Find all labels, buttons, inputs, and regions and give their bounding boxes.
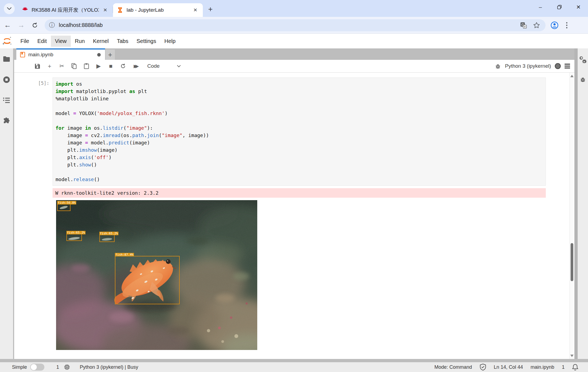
paste-cells-button[interactable] [82,62,90,70]
code-line[interactable]: image = model.predict(image) [56,139,543,146]
forward-button[interactable]: → [15,19,27,31]
menu-tabs[interactable]: Tabs [113,36,132,47]
debugger-icon[interactable] [495,63,501,69]
scroll-up-arrow-icon[interactable] [570,74,574,78]
browser-tab-rk3588[interactable]: RK3588 AI 应用开发（YOLOX ✕ [18,3,113,17]
run-cell-button[interactable]: ▶ [94,62,103,70]
file-browser-icon[interactable] [3,56,10,62]
back-button[interactable]: ← [2,19,14,31]
copy-cells-button[interactable] [70,62,78,70]
bell-icon[interactable] [572,364,578,370]
browser-menu-icon[interactable] [566,22,568,29]
tab-close-icon[interactable]: ✕ [192,7,199,14]
huawei-icon [22,7,28,13]
window-close-button[interactable]: ✕ [569,0,588,14]
insert-cell-button[interactable]: ＋ [45,62,54,70]
notebook-icon [20,52,26,58]
site-info-icon[interactable]: ⓘ [49,21,55,29]
window-restore-button[interactable] [550,0,569,14]
detection-box: fish:87.4% [115,256,180,304]
stop-kernel-button[interactable]: ■ [107,62,115,70]
left-sidebar [0,48,13,359]
notebook-scrollbar[interactable] [569,73,574,359]
notifications-count[interactable]: 1 [562,364,565,370]
menu-kernel[interactable]: Kernel [89,36,113,47]
notebook-scroll-area[interactable]: [5]: import osimport matplotlib.pyplot a… [14,73,574,359]
url-bar[interactable]: ⓘ localhost:8888/lab G [45,19,546,31]
restart-run-all-button[interactable]: ▶▶ [131,62,139,70]
restore-icon [557,5,562,9]
cell-type-dropdown[interactable]: Code [147,63,181,69]
toolbar-overflow-icon[interactable] [565,63,570,69]
right-sidebar-splitter[interactable] [574,48,578,359]
kernel-name[interactable]: Python 3 (ipykernel) [505,63,551,69]
kernel-sessions-icon[interactable] [64,364,70,370]
menu-bar-items: FileEditViewRunKernelTabsSettingsHelp [16,36,180,47]
kernel-busy-indicator[interactable] [555,63,561,69]
jupyter-logo [2,36,12,46]
running-kernels-icon[interactable] [3,76,10,83]
stderr-output: W rknn-toolkit-lite2 version: 2.3.2 [53,188,546,198]
code-line[interactable]: import matplotlib.pyplot as plt [56,88,543,95]
cell-type-value: Code [147,63,160,69]
screen: RK3588 AI 应用开发（YOLOX ✕ lab - JupyterLab … [0,0,588,372]
code-line[interactable]: model.release() [56,176,543,183]
code-line[interactable]: plt.show() [56,161,543,168]
detection-box: fish:56.8% [57,204,71,211]
profile-icon[interactable] [550,21,559,29]
output-image: fish:56.8%fish:65.2%fish:65.2%fish:87.4% [56,200,257,350]
add-tab-button[interactable]: + [105,49,115,60]
restart-kernel-button[interactable] [119,62,127,70]
detection-box: fish:65.2% [99,235,115,242]
code-editor[interactable]: import osimport matplotlib.pyplot as plt… [53,78,546,186]
bookmark-star-icon[interactable] [533,22,540,29]
menu-view[interactable]: View [51,36,71,47]
simple-mode-toggle[interactable] [30,364,44,371]
browser-toolbar: ← → ⓘ localhost:8888/lab G [0,17,588,34]
code-line[interactable]: plt.axis('off') [56,154,543,161]
unsaved-dot-icon[interactable] [97,53,101,57]
reload-button[interactable] [29,19,41,31]
window-controls: – ✕ [531,0,588,14]
menu-settings[interactable]: Settings [132,36,160,47]
code-line[interactable]: import os [56,80,543,88]
save-button[interactable] [33,62,41,70]
command-mode-indicator[interactable]: Mode: Command [434,364,472,370]
scroll-down-arrow-icon[interactable] [570,354,574,358]
notebook-tab-main-ipynb[interactable]: main.ipynb [16,48,105,60]
code-line[interactable] [56,117,543,124]
code-line[interactable]: image = cv2.imread(os.path.join("image",… [56,132,543,139]
copy-icon [71,63,77,69]
cursor-position[interactable]: Ln 14, Col 44 [494,364,523,370]
code-line[interactable] [56,168,543,176]
detection-label: fish:87.4% [115,253,134,256]
right-sidebar [578,48,588,359]
trust-shield-icon[interactable] [480,364,486,371]
window-minimize-button[interactable]: – [531,0,550,14]
menu-help[interactable]: Help [160,36,180,47]
menu-file[interactable]: File [16,36,33,47]
table-of-contents-icon[interactable] [3,97,10,103]
code-line[interactable]: %matplotlib inline [56,95,543,102]
menu-edit[interactable]: Edit [33,36,51,47]
tab-search-button[interactable] [4,3,15,14]
code-line[interactable]: plt.imshow(image) [56,146,543,154]
debugger-sidebar-icon[interactable] [580,76,586,83]
new-tab-button[interactable]: + [205,4,216,15]
code-line[interactable]: model = YOLOX('model/yolox_fish.rknn') [56,110,543,117]
menu-run[interactable]: Run [71,36,89,47]
translate-icon[interactable]: G [520,22,527,29]
code-line[interactable]: for image in os.listdir("image"): [56,124,543,132]
jupyterlab-app: FileEditViewRunKernelTabsSettingsHelp [0,34,588,359]
extension-manager-icon[interactable] [3,117,10,125]
terminals-count[interactable]: 1 [56,364,59,370]
tab-close-icon[interactable]: ✕ [102,7,109,14]
code-line[interactable] [56,102,543,110]
kernel-status-text[interactable]: Python 3 (ipykernel) | Busy [80,364,138,370]
paste-icon [84,63,89,69]
property-inspector-icon[interactable] [579,55,587,63]
tab-title: lab - JupyterLab [127,7,189,13]
cut-cells-button[interactable]: ✂ [58,62,66,70]
scrollbar-thumb[interactable] [571,243,573,281]
browser-tab-jupyterlab[interactable]: lab - JupyterLab ✕ [113,3,203,17]
